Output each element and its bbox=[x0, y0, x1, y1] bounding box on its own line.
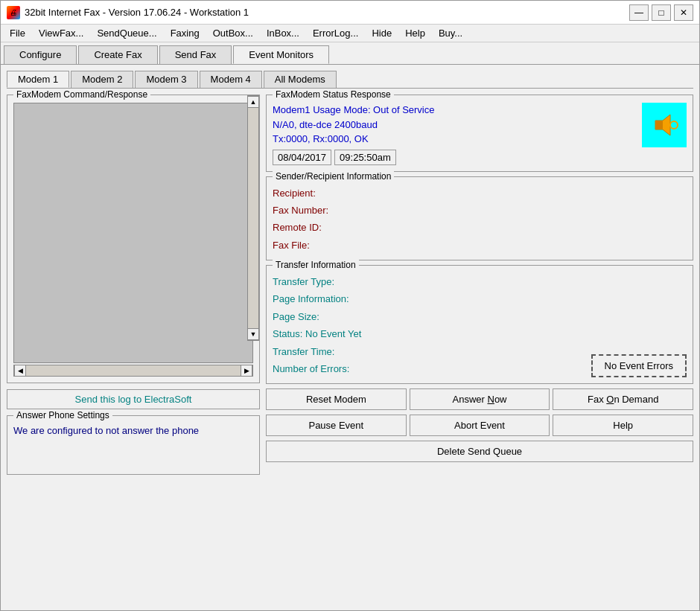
date-display: 08/04/2017 bbox=[273, 150, 331, 165]
transfer-type-row: Transfer Type: bbox=[273, 273, 584, 290]
horizontal-scrollbar[interactable]: ◀ ▶ bbox=[13, 365, 253, 377]
menu-item-inbox[interactable]: InBox... bbox=[261, 26, 305, 40]
modem-tab-modem-4[interactable]: Modem 4 bbox=[200, 71, 262, 88]
date-time-row: 08/04/2017 09:25:50am bbox=[273, 150, 636, 165]
recipient-label: Recipient: bbox=[273, 185, 316, 202]
sender-recipient-group: Sender/Recipient Information Recipient: … bbox=[266, 176, 693, 261]
transfer-fields: Transfer Type: Page Information: Page Si… bbox=[273, 273, 584, 377]
num-errors-row: Number of Errors: bbox=[273, 360, 584, 377]
fax-on-demand-underline: O bbox=[606, 394, 614, 405]
vertical-scrollbar[interactable]: ▲ ▼ bbox=[247, 95, 259, 341]
answer-phone-text: We are configured to not answer the phon… bbox=[13, 425, 253, 436]
fax-number-label: Fax Number: bbox=[273, 202, 328, 219]
minimize-button[interactable]: — bbox=[629, 4, 649, 21]
scroll-thumb[interactable] bbox=[248, 108, 258, 328]
svg-marker-1 bbox=[655, 121, 663, 129]
modem-tabs: Modem 1Modem 2Modem 3Modem 4All Modems bbox=[7, 71, 693, 89]
modem-tab-modem-1[interactable]: Modem 1 bbox=[7, 71, 69, 88]
send-log-button[interactable]: Send this log to ElectraSoft bbox=[7, 389, 260, 409]
scroll-down-button[interactable]: ▼ bbox=[247, 328, 259, 340]
status-line-3: Tx:0000, Rx:0000, OK bbox=[273, 132, 636, 147]
menu-item-viewfax[interactable]: ViewFax... bbox=[33, 26, 89, 40]
answer-phone-group: Answer Phone Settings We are configured … bbox=[7, 415, 260, 475]
menu-item-hide[interactable]: Hide bbox=[366, 26, 398, 40]
reset-modem-button[interactable]: Reset Modem bbox=[266, 388, 407, 410]
menu-bar: FileViewFax...SendQueue...FaxingOutBox..… bbox=[1, 25, 699, 42]
page-info-label: Page Information: bbox=[273, 293, 349, 304]
title-bar: 🖨 32bit Internet Fax - Version 17.06.24 … bbox=[1, 1, 699, 25]
restore-button[interactable]: □ bbox=[652, 4, 671, 21]
num-errors-label: Number of Errors: bbox=[273, 363, 349, 374]
status-line-2: N/A0, dte-dce 2400baud bbox=[273, 118, 636, 132]
scroll-up-button[interactable]: ▲ bbox=[247, 96, 259, 108]
menu-item-sendqueue[interactable]: SendQueue... bbox=[91, 26, 162, 40]
fax-number-row: Fax Number: bbox=[273, 202, 687, 219]
menu-item-help[interactable]: Help bbox=[399, 26, 431, 40]
modem-tab-modem-3[interactable]: Modem 3 bbox=[135, 71, 197, 88]
modem-tab-modem-2[interactable]: Modem 2 bbox=[71, 71, 133, 88]
main-window: 🖨 32bit Internet Fax - Version 17.06.24 … bbox=[0, 0, 700, 611]
recipient-row: Recipient: bbox=[273, 185, 687, 202]
fax-file-row: Fax File: bbox=[273, 237, 687, 254]
transfer-info-label: Transfer Information bbox=[273, 260, 359, 270]
page-size-label: Page Size: bbox=[273, 311, 319, 322]
transfer-type-label: Transfer Type: bbox=[273, 276, 334, 287]
content-area: Modem 1Modem 2Modem 3Modem 4All Modems F… bbox=[1, 65, 699, 610]
left-column: FaxModem Command/Response ▲ ▼ ◀ bbox=[7, 95, 260, 475]
main-tab-send-fax[interactable]: Send Fax bbox=[159, 45, 232, 64]
status-row-transfer: Status: No Event Yet bbox=[273, 325, 584, 342]
two-column-layout: FaxModem Command/Response ▲ ▼ ◀ bbox=[7, 95, 693, 475]
menu-item-buy[interactable]: Buy... bbox=[433, 26, 468, 40]
speaker-icon bbox=[642, 103, 687, 147]
transfer-time-row: Transfer Time: bbox=[273, 343, 584, 360]
main-tab-event-monitors[interactable]: Event Monitors bbox=[233, 45, 329, 64]
menu-item-errorlog[interactable]: ErrorLog... bbox=[307, 26, 364, 40]
transfer-info-group: Transfer Information Transfer Type: Page… bbox=[266, 265, 693, 384]
fax-modem-command-group: FaxModem Command/Response ▲ ▼ ◀ bbox=[7, 95, 260, 383]
page-info-row: Page Information: bbox=[273, 290, 584, 307]
main-tabs: ConfigureCreate FaxSend FaxEvent Monitor… bbox=[1, 42, 699, 65]
menu-item-faxing[interactable]: Faxing bbox=[165, 26, 206, 40]
fax-modem-status-label: FaxModem Status Response bbox=[273, 89, 394, 100]
main-tab-create-fax[interactable]: Create Fax bbox=[78, 45, 157, 64]
status-value: No Event Yet bbox=[305, 328, 361, 339]
delete-send-queue-button[interactable]: Delete Send Queue bbox=[266, 441, 693, 462]
fax-on-demand-button[interactable]: Fax On Demand bbox=[553, 388, 693, 410]
right-column: FaxModem Status Response Modem1 Usage Mo… bbox=[266, 95, 693, 475]
fax-file-label: Fax File: bbox=[273, 237, 310, 254]
action-buttons-row1: Reset Modem Answer Now Fax On Demand bbox=[266, 388, 693, 410]
scroll-right-button[interactable]: ▶ bbox=[241, 365, 252, 377]
scroll-left-button[interactable]: ◀ bbox=[14, 365, 26, 377]
answer-phone-group-label: Answer Phone Settings bbox=[13, 410, 112, 420]
status-label: Status: bbox=[273, 328, 302, 339]
pause-event-button[interactable]: Pause Event bbox=[266, 415, 407, 436]
menu-item-file[interactable]: File bbox=[4, 26, 31, 40]
sender-recipient-label: Sender/Recipient Information bbox=[273, 171, 394, 182]
status-line-1: Modem1 Usage Mode: Out of Service bbox=[273, 103, 636, 118]
modem-tab-all-modems[interactable]: All Modems bbox=[264, 71, 337, 88]
help-button[interactable]: Help bbox=[553, 415, 693, 436]
close-button[interactable]: ✕ bbox=[674, 4, 693, 21]
status-text-block: Modem1 Usage Mode: Out of Service N/A0, … bbox=[273, 103, 636, 165]
window-controls: — □ ✕ bbox=[629, 4, 693, 21]
fax-modem-command-label: FaxModem Command/Response bbox=[13, 89, 150, 100]
remote-id-row: Remote ID: bbox=[273, 219, 687, 236]
log-display bbox=[13, 103, 253, 363]
action-buttons-row2: Pause Event Abort Event Help bbox=[266, 415, 693, 436]
no-event-errors-button[interactable]: No Event Errors bbox=[591, 354, 687, 377]
app-icon: 🖨 bbox=[7, 6, 20, 19]
svg-point-2 bbox=[670, 121, 678, 129]
abort-event-button[interactable]: Abort Event bbox=[410, 415, 550, 436]
menu-item-outbox[interactable]: OutBox... bbox=[207, 26, 259, 40]
answer-now-button[interactable]: Answer Now bbox=[410, 388, 550, 410]
transfer-time-label: Transfer Time: bbox=[273, 346, 334, 357]
main-tab-configure[interactable]: Configure bbox=[4, 45, 77, 64]
fax-modem-status-group: FaxModem Status Response Modem1 Usage Mo… bbox=[266, 95, 693, 172]
status-row: Modem1 Usage Mode: Out of Service N/A0, … bbox=[273, 103, 687, 165]
title-bar-left: 🖨 32bit Internet Fax - Version 17.06.24 … bbox=[7, 6, 249, 19]
remote-id-label: Remote ID: bbox=[273, 219, 322, 236]
time-display: 09:25:50am bbox=[334, 150, 396, 165]
page-size-row: Page Size: bbox=[273, 308, 584, 325]
answer-now-underline: N bbox=[487, 394, 494, 405]
window-title: 32bit Internet Fax - Version 17.06.24 - … bbox=[25, 7, 249, 18]
